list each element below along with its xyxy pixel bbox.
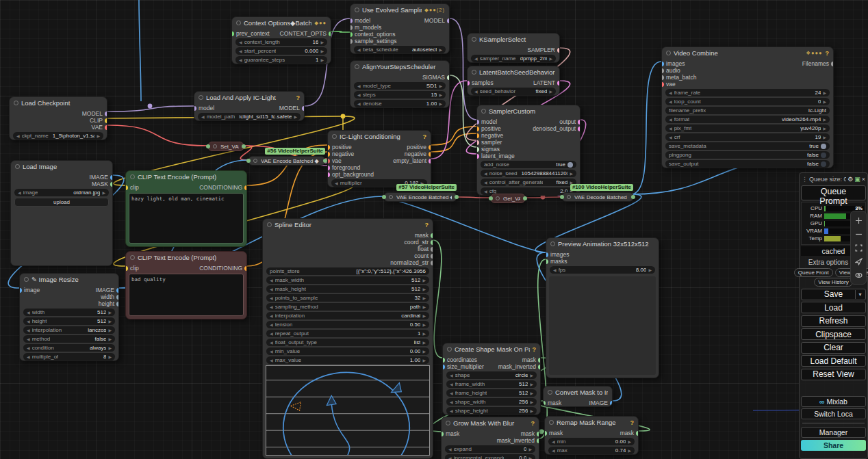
port-dot[interactable] (116, 302, 119, 306)
widget-pingpong[interactable]: pingpongfalse (665, 151, 830, 159)
decrement-arrow[interactable]: ◀ (239, 57, 242, 62)
output-port-latent[interactable]: LATENT (533, 79, 556, 86)
decrement-arrow[interactable]: ◀ (27, 319, 30, 324)
port-dot[interactable] (661, 68, 664, 73)
decrement-arrow[interactable]: ◀ (270, 349, 273, 354)
widget-sampling-method[interactable]: ◀sampling_methodpath▶ (266, 303, 429, 311)
port-dot[interactable] (441, 432, 444, 436)
increment-arrow[interactable]: ▶ (294, 114, 297, 119)
collapse-toggle[interactable] (24, 277, 29, 282)
output-port-coord-str[interactable]: coord_str (390, 239, 429, 246)
collapse-toggle[interactable] (446, 421, 450, 425)
input-port[interactable] (246, 159, 251, 163)
decrement-arrow[interactable]: ◀ (474, 56, 478, 61)
port-dot[interactable] (431, 254, 433, 259)
spline-arrowhead[interactable] (391, 382, 401, 392)
decrement-arrow[interactable]: ◀ (270, 296, 273, 300)
collapse-toggle[interactable] (236, 21, 241, 25)
port-dot[interactable] (116, 295, 119, 300)
port-dot[interactable] (476, 133, 479, 138)
increment-arrow[interactable]: ▶ (570, 171, 573, 176)
output-port-image[interactable]: IMAGE (589, 399, 609, 406)
port-dot[interactable] (110, 175, 113, 180)
queue-front-button[interactable]: Queue Front (794, 268, 833, 277)
port-dot[interactable] (610, 401, 613, 406)
prompt-textarea[interactable]: hazy light, old man, cinematic (129, 193, 244, 244)
increment-arrow[interactable]: ▶ (439, 47, 442, 52)
collapse-toggle[interactable] (447, 347, 452, 352)
clear-button[interactable]: Clear (801, 342, 866, 354)
output-port-mask[interactable]: MASK (90, 181, 109, 187)
port-dot[interactable] (544, 431, 547, 436)
port-dot[interactable] (194, 106, 196, 111)
port-dot[interactable] (231, 31, 234, 36)
output-port-model[interactable]: MODEL (424, 17, 446, 24)
input-port-sample-settings[interactable]: sample_settings (354, 38, 396, 44)
input-port-mask[interactable]: mask (548, 430, 563, 436)
port-dot[interactable] (661, 62, 664, 66)
decrement-arrow[interactable]: ◀ (27, 328, 30, 332)
decrement-arrow[interactable]: ◀ (270, 313, 273, 318)
node-remap-mask-range[interactable]: #88 KJNodesRemap Mask Range?maskmask◀min… (544, 416, 639, 455)
node-clip-text-encode-prompt[interactable]: #4CLIP Text Encode (Prompt)clipCONDITION… (125, 170, 247, 247)
input-port-samples[interactable]: samples (471, 79, 494, 86)
output-port-height[interactable]: height (96, 300, 115, 307)
input-port-prev-context[interactable]: prev_context (235, 30, 270, 37)
load-default-button[interactable]: Load Default (801, 355, 866, 367)
widget-tension[interactable]: ◀tension0.50▶ (266, 321, 429, 328)
collapse-toggle[interactable] (666, 51, 671, 55)
output-port-mask-inverted[interactable]: mask_inverted (498, 363, 537, 370)
node-context-options-batched-non-ad[interactable]: #99 AnimateDiff-EvolvedContext Options◆B… (231, 16, 331, 64)
decrement-arrow[interactable]: ◀ (553, 267, 557, 272)
widget-guarantee-steps[interactable]: ◀guarantee_steps1▶ (235, 56, 327, 64)
increment-arrow[interactable]: ▶ (422, 331, 426, 336)
widget-width[interactable]: ◀width512▶ (23, 309, 115, 316)
port-dot[interactable] (327, 145, 330, 150)
port-dot[interactable] (105, 125, 107, 130)
increment-arrow[interactable]: ▶ (422, 278, 426, 283)
increment-arrow[interactable]: ▶ (628, 448, 631, 453)
port-dot[interactable] (125, 266, 128, 271)
input-port-image[interactable]: image (23, 287, 40, 293)
gallery-icon[interactable]: ▣ (854, 176, 860, 183)
widget-interpolation[interactable]: ◀interpolationlanczos▶ (23, 326, 115, 334)
widget-add-noise[interactable]: add_noisetrue (481, 161, 576, 168)
input-port-model[interactable]: model (481, 118, 515, 125)
decrement-arrow[interactable]: ◀ (270, 278, 273, 283)
decrement-arrow[interactable]: ◀ (239, 40, 242, 44)
port-dot[interactable] (557, 81, 560, 86)
input-port-mask[interactable]: mask (547, 399, 561, 406)
node-convert-mask-to-image[interactable]: #86Convert Mask to ImagemaskIMAGE (543, 386, 613, 407)
increment-arrow[interactable]: ▶ (823, 117, 826, 122)
close-icon[interactable]: × (862, 176, 865, 183)
help-icon[interactable]: ? (423, 133, 427, 140)
input-port[interactable] (560, 195, 564, 199)
port-dot[interactable] (442, 365, 445, 369)
output-port[interactable] (242, 144, 246, 148)
output-port-sampler[interactable]: SAMPLER (527, 47, 556, 53)
send-icon[interactable] (852, 254, 865, 268)
decrement-arrow[interactable]: ◀ (357, 92, 361, 97)
input-port-vae[interactable]: vae (665, 81, 696, 88)
increment-arrow[interactable]: ▶ (823, 99, 826, 104)
output-port-filenames[interactable]: Filenames (802, 60, 830, 67)
increment-arrow[interactable]: ▶ (549, 56, 552, 61)
collapse-toggle[interactable] (213, 144, 217, 148)
increment-arrow[interactable]: ▶ (439, 101, 442, 106)
decrement-arrow[interactable]: ◀ (450, 382, 453, 386)
decrement-arrow[interactable]: ◀ (669, 99, 672, 104)
port-dot[interactable] (476, 127, 479, 131)
collapse-toggle[interactable] (199, 95, 203, 100)
widget-float-output-type[interactable]: ◀float_output_typelist▶ (266, 339, 429, 346)
increment-arrow[interactable]: ▶ (528, 456, 532, 459)
output-port-conditioning[interactable]: CONDITIONING (199, 265, 243, 272)
input-port-meta-batch[interactable]: meta_batch (665, 74, 696, 81)
collapse-toggle[interactable] (14, 101, 18, 105)
node-load-checkpoint[interactable]: #2Load CheckpointMODELCLIPVAE◀ckpt_name1… (9, 96, 107, 140)
share-button[interactable]: Share (801, 440, 866, 451)
decrement-arrow[interactable]: ◀ (18, 190, 21, 195)
port-dot[interactable] (636, 431, 639, 436)
output-port-mask[interactable]: mask (620, 430, 635, 436)
spline-arrowhead-selected[interactable] (291, 402, 301, 410)
output-port[interactable] (323, 159, 327, 163)
